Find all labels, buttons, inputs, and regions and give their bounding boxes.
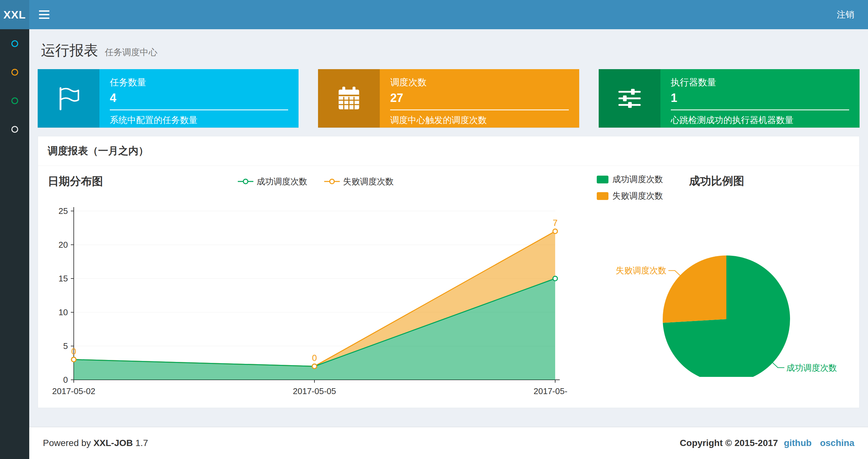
line-marker-icon [238, 178, 253, 185]
date-distribution-chart: 日期分布图 成功调度次数 [48, 174, 584, 396]
app-logo[interactable]: XXL [0, 0, 29, 29]
sidebar-item-logs[interactable] [0, 86, 29, 115]
panel-body: 日期分布图 成功调度次数 [38, 166, 859, 408]
legend-swatch-icon [597, 175, 609, 184]
legend-label: 成功调度次数 [612, 174, 663, 185]
line-chart-legend: 成功调度次数 失败调度次数 [48, 174, 584, 189]
info-box-label: 执行器数量 [671, 76, 849, 89]
line-chart-title: 日期分布图 [48, 174, 103, 189]
powered-by: Powered by XXL-JOB 1.7 [43, 438, 148, 448]
svg-text:20: 20 [59, 240, 68, 250]
legend-item-success[interactable]: 成功调度次数 [238, 176, 307, 187]
divider [671, 109, 849, 110]
sidebar [0, 29, 29, 459]
svg-text:7: 7 [553, 218, 557, 228]
info-box-content: 执行器数量 1 心跳检测成功的执行器机器数量 [660, 69, 860, 128]
oschina-link[interactable]: oschina [820, 438, 855, 448]
info-box-content: 任务数量 4 系统中配置的任务数量 [99, 69, 299, 128]
stacked-area-chart: 05101520252017-05-022017-05-052017-05-08… [48, 196, 567, 396]
sidebar-item-jobs[interactable] [0, 58, 29, 86]
divider [390, 109, 568, 110]
panel-title: 调度报表（一月之内） [38, 136, 859, 166]
github-link[interactable]: github [784, 438, 812, 448]
info-box-description: 调度中心触发的调度次数 [390, 114, 568, 126]
circle-icon [11, 126, 18, 133]
info-box-value: 1 [671, 91, 849, 105]
content-area: 运行报表 任务调度中心 任务数量 4 系统中配置的任务数量 [29, 29, 868, 427]
navbar-spacer [59, 0, 823, 29]
version-number: 1.7 [135, 438, 148, 448]
logout-link[interactable]: 注销 [823, 0, 868, 29]
top-navbar: XXL 注销 [0, 0, 868, 29]
svg-text:2017-05-05: 2017-05-05 [293, 386, 336, 396]
svg-text:10: 10 [59, 307, 68, 317]
success-ratio-chart: 成功调度次数 失败调度次数 成功比例图 成功调度次数失败调度次数 [584, 174, 849, 396]
hamburger-icon [39, 18, 50, 19]
legend-label: 失败调度次数 [343, 176, 394, 187]
copyright: Copyright © 2015-2017 github oschina [680, 438, 855, 448]
svg-text:2017-05-08: 2017-05-08 [534, 386, 568, 396]
hamburger-icon [39, 14, 50, 15]
svg-text:失败调度次数: 失败调度次数 [616, 265, 666, 275]
svg-text:5: 5 [63, 341, 68, 351]
sidebar-item-dashboard[interactable] [0, 29, 29, 58]
divider [110, 109, 288, 110]
page-header: 运行报表 任务调度中心 [38, 29, 860, 69]
info-box-label: 任务数量 [110, 76, 288, 89]
line-chart-header: 日期分布图 成功调度次数 [48, 174, 584, 189]
pie-chart: 成功调度次数失败调度次数 [584, 224, 851, 377]
legend-label: 失败调度次数 [612, 190, 663, 202]
copyright-text: Copyright © 2015-2017 [680, 438, 778, 448]
page-subtitle: 任务调度中心 [104, 47, 157, 57]
info-box-trigger-count: 调度次数 27 调度中心触发的调度次数 [318, 69, 579, 128]
line-marker-icon [324, 178, 340, 185]
pie-chart-header: 成功调度次数 失败调度次数 成功比例图 [584, 174, 849, 209]
legend-swatch-icon [597, 192, 609, 200]
info-box-description: 系统中配置的任务数量 [110, 114, 288, 126]
sliders-icon [599, 69, 660, 128]
legend-item-success[interactable]: 成功调度次数 [597, 174, 663, 185]
info-box-content: 调度次数 27 调度中心触发的调度次数 [380, 69, 579, 128]
legend-item-fail[interactable]: 失败调度次数 [324, 176, 394, 187]
svg-text:15: 15 [59, 274, 68, 284]
svg-text:25: 25 [59, 206, 68, 216]
powered-prefix: Powered by [43, 438, 91, 448]
info-box-description: 心跳检测成功的执行器机器数量 [671, 114, 849, 126]
svg-text:0: 0 [312, 353, 317, 363]
info-box-value: 27 [390, 91, 568, 105]
svg-text:0: 0 [71, 347, 76, 356]
legend-label: 成功调度次数 [257, 176, 307, 187]
svg-text:成功调度次数: 成功调度次数 [786, 363, 837, 373]
svg-text:0: 0 [63, 375, 68, 385]
calendar-icon [318, 69, 380, 128]
info-box-value: 4 [110, 91, 288, 105]
info-box-job-count: 任务数量 4 系统中配置的任务数量 [38, 69, 299, 128]
footer-links: github oschina [778, 438, 855, 448]
info-box-label: 调度次数 [390, 76, 568, 89]
pie-chart-title: 成功比例图 [689, 174, 744, 189]
flag-icon [38, 69, 99, 128]
legend-item-fail[interactable]: 失败调度次数 [597, 190, 663, 202]
circle-icon [11, 40, 18, 47]
info-box-executor-count: 执行器数量 1 心跳检测成功的执行器机器数量 [599, 69, 860, 128]
sidebar-item-help[interactable] [0, 115, 29, 143]
footer: Powered by XXL-JOB 1.7 Copyright © 2015-… [29, 427, 868, 459]
pie-chart-legend: 成功调度次数 失败调度次数 [597, 174, 663, 202]
circle-icon [11, 97, 18, 104]
hamburger-icon [39, 10, 50, 12]
brand-name: XXL-JOB [94, 438, 133, 448]
report-panel: 调度报表（一月之内） 日期分布图 成功调度次数 [38, 136, 860, 408]
info-box-row: 任务数量 4 系统中配置的任务数量 [38, 69, 860, 128]
page-title: 运行报表 [41, 42, 98, 58]
sidebar-toggle-button[interactable] [29, 0, 59, 29]
svg-text:2017-05-02: 2017-05-02 [52, 386, 95, 396]
circle-icon [11, 69, 18, 76]
